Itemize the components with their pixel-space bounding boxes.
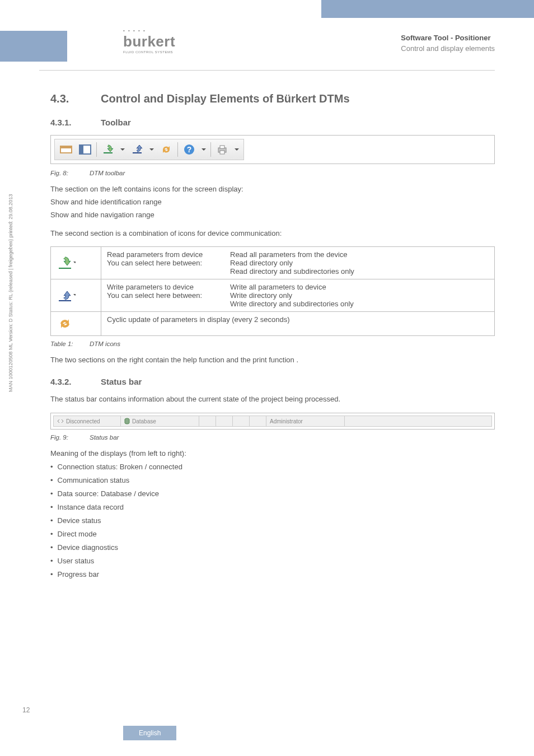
print-icon [214, 142, 230, 157]
toolbar-separator [96, 142, 97, 157]
table-row: Read parameters from device You can sele… [51, 247, 495, 279]
list-item: Device diagnostics [50, 543, 495, 552]
language-tab: English [123, 726, 176, 740]
logo-accent-stripe [0, 31, 67, 62]
para-left-section: The section on the left contains icons f… [50, 184, 495, 195]
dropdown-caret-icon [200, 142, 207, 157]
status-empty [250, 416, 266, 426]
subsection-toolbar-heading: 4.3.1.Toolbar [50, 118, 495, 127]
page-number: 12 [22, 706, 30, 714]
help-icon: ? [181, 142, 197, 157]
cyclic-update-icon [158, 142, 174, 157]
status-bar: Disconnected Database Administrator [53, 416, 492, 427]
toolbar-separator [210, 142, 211, 157]
status-meaning-list: Connection status: Broken / connected Co… [50, 463, 495, 578]
header-divider [39, 70, 495, 71]
read-params-icon [100, 142, 116, 157]
para-second-section: The second section is a combination of i… [50, 228, 495, 239]
dropdown-caret-icon [119, 142, 126, 157]
svg-rect-3 [79, 145, 83, 154]
list-item: Communication status [50, 476, 495, 484]
para-statusbar-intro: The status bar contains information abou… [50, 394, 495, 405]
read-params-icon-cell [51, 247, 101, 279]
list-item: Data source: Database / device [50, 489, 495, 498]
status-empty [233, 416, 250, 426]
dropdown-caret-icon [148, 142, 155, 157]
dtm-icons-table: Read parameters from device You can sele… [50, 246, 495, 336]
doc-subtitle: Control and display elements [401, 44, 495, 53]
status-empty [199, 416, 216, 426]
para-meaning: Meaning of the displays (from left to ri… [50, 449, 495, 459]
svg-rect-7 [220, 146, 224, 148]
para-show-hide-nav: Show and hide navigation range [50, 210, 495, 221]
status-user: Administrator [266, 416, 345, 426]
figure-9-caption: Fig. 9:Status bar [50, 434, 495, 441]
table-row: Cyclic update of parameters in display (… [51, 312, 495, 336]
list-item: Progress bar [50, 570, 495, 578]
hide-nav-icon [77, 142, 93, 157]
status-empty [216, 416, 233, 426]
status-datasource: Database [121, 416, 199, 426]
list-item: Instance data record [50, 503, 495, 511]
cyclic-update-icon-cell [51, 312, 101, 336]
toolbar-figure: ? [50, 135, 495, 164]
para-show-hide-ident: Show and hide identification range [50, 197, 495, 208]
para-help-print: The two sections on the right contain th… [50, 355, 495, 366]
section-heading: 4.3.Control and Display Elements of Bürk… [50, 92, 495, 105]
svg-text:?: ? [187, 145, 192, 154]
list-item: Connection status: Broken / connected [50, 463, 495, 471]
figure-8-caption: Fig. 8:DTM toolbar [50, 170, 495, 176]
svg-rect-8 [220, 151, 224, 154]
write-params-icon-cell [51, 279, 101, 312]
table-row: Write parameters to device You can selec… [51, 279, 495, 312]
list-item: Device status [50, 516, 495, 525]
status-progress [345, 416, 491, 426]
doc-title: Software Tool - Positioner [401, 34, 495, 42]
toolbar-separator [177, 142, 178, 157]
disconnected-icon [57, 418, 64, 424]
status-connection: Disconnected [54, 416, 121, 426]
subsection-statusbar-heading: 4.3.2.Status bar [50, 377, 495, 386]
write-params-icon [129, 142, 145, 157]
header-titles: Software Tool - Positioner Control and d… [401, 34, 495, 53]
side-metadata: MAN 1000120508 ML Version: D Status: RL … [8, 194, 13, 392]
top-accent-bar [321, 0, 534, 18]
statusbar-figure: Disconnected Database Administrator [50, 413, 495, 430]
list-item: User status [50, 557, 495, 565]
database-icon [124, 418, 130, 424]
brand-logo: • • • • • burkert FLUID CONTROL SYSTEMS [123, 28, 175, 54]
table-1-caption: Table 1:DTM icons [50, 340, 495, 347]
hide-ident-icon [58, 142, 74, 157]
dtm-toolbar: ? [54, 139, 244, 160]
dropdown-caret-icon [233, 142, 240, 157]
svg-rect-1 [60, 146, 72, 148]
list-item: Direct mode [50, 530, 495, 538]
